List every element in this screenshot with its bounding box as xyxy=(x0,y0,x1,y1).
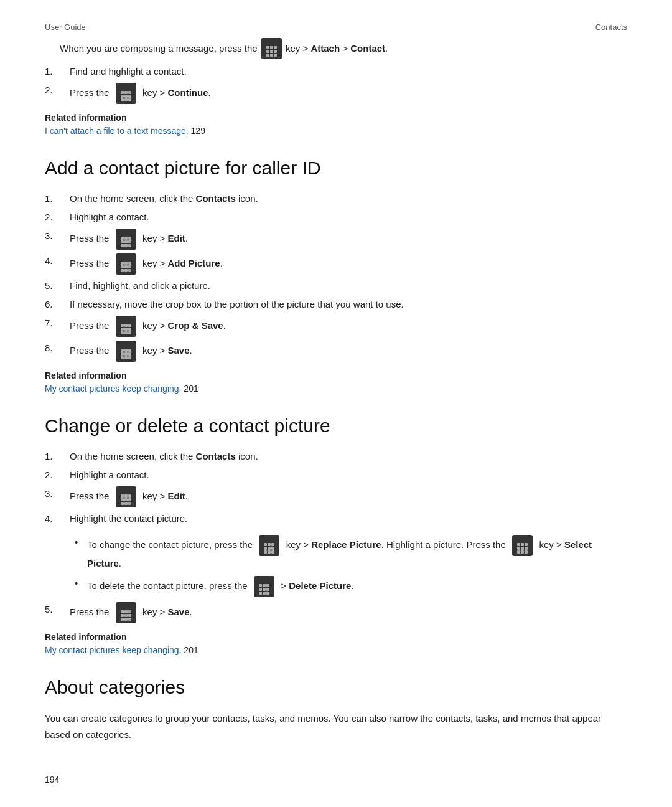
bb-key-icon xyxy=(116,341,136,362)
intro-step-0: When you are composing a message, press … xyxy=(60,38,627,59)
header-right: Contacts xyxy=(595,22,627,32)
page-number: 194 xyxy=(45,775,59,785)
related-info-1: Related information I can't attach a fil… xyxy=(45,113,627,136)
related-link-1[interactable]: I can't attach a file to a text message, xyxy=(45,126,189,136)
section2-step-4: Highlight the contact picture. xyxy=(45,511,627,526)
section2-step-2: Highlight a contact. xyxy=(45,468,627,483)
bb-key-icon xyxy=(116,602,136,623)
related-link-3[interactable]: My contact pictures keep changing, xyxy=(45,645,181,655)
header-left: User Guide xyxy=(45,22,86,32)
bb-key-icon xyxy=(116,316,136,337)
section2-bullet-2: To delete the contact picture, press the… xyxy=(75,576,627,597)
section1-step-4: Press the key > Add Picture. xyxy=(45,253,627,275)
related-info-2: Related information My contact pictures … xyxy=(45,370,627,394)
related-link-2[interactable]: My contact pictures keep changing, xyxy=(45,384,181,394)
bb-key-icon xyxy=(261,38,282,59)
intro-step-2: Press the key > Continue. xyxy=(45,83,627,104)
section2-step5-list: Press the key > Save. xyxy=(45,602,627,623)
section3-title: About categories xyxy=(45,675,627,699)
section1-step-1: On the home screen, click the Contacts i… xyxy=(45,191,627,206)
section3-para: You can create categories to group your … xyxy=(45,710,627,742)
bb-key-icon xyxy=(259,535,279,556)
section2-list: On the home screen, click the Contacts i… xyxy=(45,449,627,526)
bb-key-icon xyxy=(116,229,136,250)
section1-step-2: Highlight a contact. xyxy=(45,210,627,225)
section1-step-8: Press the key > Save. xyxy=(45,341,627,362)
section1-step-7: Press the key > Crop & Save. xyxy=(45,316,627,337)
bb-key-icon xyxy=(512,535,533,556)
intro-list: Find and highlight a contact. Press the … xyxy=(45,64,627,104)
bb-key-icon xyxy=(116,486,136,507)
section2-bullets: To change the contact picture, press the… xyxy=(75,535,627,597)
section2-step-3: Press the key > Edit. xyxy=(45,486,627,507)
section1-list: On the home screen, click the Contacts i… xyxy=(45,191,627,362)
section1-step-3: Press the key > Edit. xyxy=(45,229,627,250)
section1-step-6: If necessary, move the crop box to the p… xyxy=(45,297,627,312)
page-header: User Guide Contacts xyxy=(0,0,672,38)
section1-title: Add a contact picture for caller ID xyxy=(45,156,627,180)
page-footer: 194 xyxy=(45,775,59,785)
section2-title: Change or delete a contact picture xyxy=(45,413,627,438)
bb-key-icon xyxy=(116,253,136,275)
section2-bullet-1: To change the contact picture, press the… xyxy=(75,535,627,571)
related-info-3: Related information My contact pictures … xyxy=(45,632,627,655)
section2-step-1: On the home screen, click the Contacts i… xyxy=(45,449,627,464)
bb-key-icon xyxy=(116,83,136,104)
main-content: When you are composing a message, press … xyxy=(0,38,672,786)
intro-step-1: Find and highlight a contact. xyxy=(45,64,627,79)
section1-step-5: Find, highlight, and click a picture. xyxy=(45,278,627,293)
bb-key-icon xyxy=(254,576,274,597)
section2-step-5: Press the key > Save. xyxy=(45,602,627,623)
